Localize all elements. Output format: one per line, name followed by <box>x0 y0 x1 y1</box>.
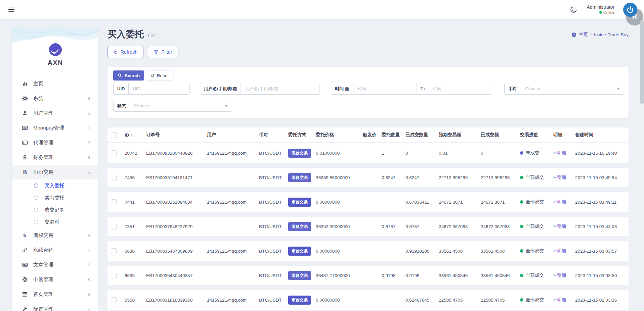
breadcrumb-home[interactable]: 主页 <box>579 32 588 38</box>
cell-price: 0.00000000 <box>316 249 363 254</box>
user-input[interactable] <box>241 83 319 94</box>
table-row: 20742EB170008318044082614159121@qq.comBT… <box>108 143 629 163</box>
sidebar-subitem-buy-orders[interactable]: 买入委托 <box>12 179 98 192</box>
cell-filled_amount: 0 <box>481 151 520 156</box>
sidebar-item-moonpay-management[interactable]: CCMoonpay管理 <box>12 120 98 135</box>
status-label: 全部成交 <box>526 272 544 278</box>
gear-icon <box>22 96 28 101</box>
sidebar-subitem-trading-pairs[interactable]: 交易对 <box>12 216 98 228</box>
cell-detail: »明细 <box>553 223 575 229</box>
sidebar-item-config-management[interactable]: 配置管理 <box>12 302 98 311</box>
user-label: 用户名/手机/邮箱 <box>200 83 241 94</box>
cell-created: 2023-11-15 03:03:50 <box>575 273 625 278</box>
pair-select[interactable]: Choose ▼ <box>521 83 624 94</box>
cell-created: 2023-11-15 03:03:57 <box>575 249 625 254</box>
search-button[interactable]: Search <box>113 70 144 81</box>
cell-user: 14159121@qq.com <box>207 200 259 205</box>
dark-mode-toggle[interactable] <box>569 5 578 14</box>
detail-link[interactable]: »明细 <box>553 199 566 205</box>
sidebar-item-options-trading[interactable]: B期权交易 <box>12 228 98 243</box>
detail-link[interactable]: »明细 <box>553 150 566 156</box>
time-to-input[interactable] <box>428 83 492 94</box>
sidebar-item-subscription-management[interactable]: 申购管理 <box>12 272 98 287</box>
column-header-id[interactable]: ID↑ <box>125 133 146 138</box>
detail-link[interactable]: »明细 <box>553 297 566 303</box>
filter-button[interactable]: Filter <box>148 46 178 58</box>
sidebar-item-label: 文章管理 <box>33 262 89 268</box>
status-label: 全部成交 <box>526 174 544 180</box>
cell-price: 0.00000000 <box>316 200 363 205</box>
detail-link[interactable]: »明细 <box>553 272 566 278</box>
status-dot <box>520 249 523 253</box>
orders-table: 20742EB170008318044082614159121@qq.comBT… <box>108 143 629 311</box>
sidebar-subitem-sell-orders[interactable]: 卖出委托 <box>12 192 98 204</box>
uid-input[interactable] <box>129 83 189 94</box>
row-checkbox[interactable] <box>111 297 117 303</box>
cell-id: 6638 <box>125 249 146 254</box>
cell-filled_qty: 0.67836411 <box>405 200 439 205</box>
circle-icon <box>34 220 38 224</box>
status-label: 全部成交 <box>526 248 544 254</box>
menu-toggle-button[interactable] <box>8 7 14 12</box>
column-header-progress: 交易进度 <box>520 132 553 138</box>
row-checkbox[interactable] <box>111 175 117 180</box>
cell-pair: BTC/USDT <box>259 175 288 180</box>
detail-link[interactable]: »明细 <box>553 174 566 180</box>
refresh-button[interactable]: ↻ Refresh <box>108 46 143 58</box>
sidebar-item-spot-trading[interactable]: B币币交易 <box>12 165 98 179</box>
cell-filled_amount: 24672.367093 <box>481 224 520 229</box>
row-checkbox[interactable] <box>111 273 117 278</box>
circle-icon <box>34 196 38 200</box>
wrench-icon <box>22 306 28 311</box>
sidebar-item-home[interactable]: 主页 <box>12 76 98 91</box>
detail-link[interactable]: »明细 <box>553 223 566 229</box>
logo-text: AXN <box>12 59 98 66</box>
cell-order: ES1700035430440347 <box>146 273 207 278</box>
detail-link[interactable]: »明细 <box>553 248 566 254</box>
sidebar-item-label: 财务管理 <box>33 154 89 161</box>
status-select[interactable]: Choose ▼ <box>130 100 232 111</box>
time-from-input[interactable] <box>353 83 417 94</box>
sidebar-item-label: 期权交易 <box>33 232 89 239</box>
row-checkbox[interactable] <box>111 150 117 156</box>
avatar[interactable]: R <box>623 2 639 17</box>
cell-order: ES1700038194181471 <box>146 175 207 180</box>
link-icon <box>22 247 28 253</box>
cell-price: 0.01000000 <box>316 151 363 156</box>
coin-b-icon: B <box>22 169 28 175</box>
sidebar-item-perpetual-contracts[interactable]: 永续合约 <box>12 243 98 257</box>
column-header-expected: 预期交易额 <box>439 132 481 138</box>
row-checkbox[interactable] <box>111 224 117 229</box>
scrollbar-thumb[interactable] <box>640 20 644 104</box>
select-all-checkbox[interactable] <box>111 132 117 138</box>
row-checkbox[interactable] <box>111 199 117 205</box>
sidebar-item-article-management[interactable]: 文章管理 <box>12 257 98 272</box>
sidebar-item-homepage-management[interactable]: 首页管理 <box>12 287 98 302</box>
reset-button[interactable]: ↺ Reset <box>146 70 173 81</box>
cell-type: 市价交易 <box>288 296 316 305</box>
list-icon <box>22 292 28 297</box>
sidebar-item-user-management[interactable]: 用户管理 <box>12 106 98 120</box>
cell-pair: BTC/USDT <box>259 298 288 303</box>
cell-order: EB1700031816339360 <box>146 298 207 303</box>
cell-id: 5568 <box>125 298 146 303</box>
sidebar-item-label: 币币交易 <box>33 169 89 175</box>
sidebar-item-finance-management[interactable]: $财务管理 <box>12 150 98 165</box>
order-type-badge: 市价交易 <box>288 247 311 256</box>
status-label: 全部成交 <box>526 223 544 229</box>
row-checkbox[interactable] <box>111 248 117 254</box>
sidebar-item-agent-management[interactable]: 代理管理 <box>12 135 98 150</box>
breadcrumb-current[interactable]: Inside-Trade-Buy <box>594 32 629 37</box>
sort-arrow-up-icon: ↑ <box>131 133 133 138</box>
chevron-left-icon <box>88 156 92 159</box>
chevron-left-icon <box>88 307 92 311</box>
cell-qty: 1 <box>382 151 405 156</box>
sidebar-item-system[interactable]: 系统 <box>12 91 98 106</box>
cell-created: 2023-11-15 03:49:54 <box>575 175 625 180</box>
double-chevron-icon: » <box>553 272 556 278</box>
sidebar-subitem-trade-records[interactable]: 成交记录 <box>12 204 98 216</box>
id-card-icon <box>22 140 28 145</box>
chevron-left-icon <box>88 234 92 237</box>
double-chevron-icon: » <box>553 150 556 156</box>
cell-expected: 33561.4508 <box>439 249 481 254</box>
